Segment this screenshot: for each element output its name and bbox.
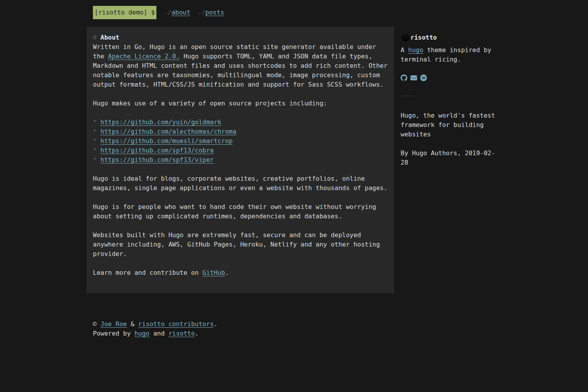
nav-item-prefix: ./	[198, 9, 205, 16]
paragraph: Hugo makes use of a variety of open sour…	[93, 99, 388, 108]
social-icons: iD	[401, 74, 501, 81]
footer-line: Powered by hugo and risotto.	[93, 329, 501, 338]
list-bullet: *	[93, 128, 100, 135]
inline-link[interactable]: hugo	[408, 46, 423, 54]
text-run: .	[214, 320, 218, 328]
top-nav: [risotto demo] $ ./about./posts	[87, 6, 501, 19]
paragraph: Learn more and contribute on GitHub.	[93, 268, 388, 278]
inline-link[interactable]: risotto	[169, 330, 195, 337]
text-run: &	[127, 320, 138, 328]
text-run: Powered by	[93, 330, 134, 337]
list-bullet: *	[93, 156, 100, 163]
orcid-icon: iD	[420, 74, 427, 81]
nav-item-about: ./about	[164, 8, 190, 17]
paragraph: Hugo is for people who want to hand code…	[93, 202, 388, 221]
about-content: # AboutWritten in Go, Hugo is an open so…	[87, 27, 394, 293]
nav-link-about[interactable]: about	[171, 9, 190, 16]
site-tagline: A hugo theme inspired by terminal ricing…	[401, 45, 501, 64]
text-run: .	[195, 330, 199, 337]
list-item: * https://github.com/alecthomas/chroma	[93, 127, 388, 136]
email-icon-link[interactable]	[410, 75, 417, 80]
email-icon	[410, 75, 417, 80]
byline: By Hugo Authors, 2019-02-28	[401, 149, 501, 167]
orcid-icon-link[interactable]: iD	[420, 74, 427, 81]
text-run: Websites built with Hugo are extremely f…	[93, 231, 380, 258]
nav-item-prefix: ./	[164, 9, 171, 16]
text-run: Hugo is ideal for blogs, corporate websi…	[93, 175, 387, 192]
list-link[interactable]: https://github.com/spf13/viper	[100, 156, 214, 163]
list-item: * https://github.com/muesli/smartcrop	[93, 136, 388, 146]
inline-link[interactable]: hugo	[134, 330, 150, 337]
github-icon-link[interactable]	[401, 74, 407, 81]
list-bullet: *	[93, 137, 100, 145]
paragraph: Written in Go, Hugo is an open source st…	[93, 42, 388, 89]
list-link[interactable]: https://github.com/spf13/cobra	[100, 147, 214, 154]
inline-link[interactable]: risotto contributors	[138, 320, 214, 328]
link-list: * https://github.com/yuin/goldmark* http…	[93, 118, 388, 165]
page-title: # About	[93, 33, 388, 42]
main-layout: # AboutWritten in Go, Hugo is an open so…	[87, 27, 501, 293]
heading-marker: #	[93, 34, 100, 41]
sidebar: risotto A hugo theme inspired by termina…	[401, 27, 501, 167]
nav-item-posts: ./posts	[198, 8, 224, 17]
inline-link[interactable]: Apache Licence 2.0.	[108, 53, 180, 60]
nav-link-posts[interactable]: posts	[205, 9, 224, 16]
text-run: ©	[93, 320, 100, 328]
list-link[interactable]: https://github.com/alecthomas/chroma	[100, 128, 236, 135]
text-run: Hugo is for people who want to hand code…	[93, 203, 376, 220]
list-item: * https://github.com/yuin/goldmark	[93, 118, 388, 127]
site-prompt-badge[interactable]: [risotto demo] $	[93, 6, 156, 19]
github-icon	[401, 74, 407, 81]
inline-link[interactable]: Joe Roe	[100, 320, 127, 328]
rice-bowl-logo-icon	[401, 33, 410, 42]
list-link[interactable]: https://github.com/yuin/goldmark	[100, 118, 221, 126]
sidebar-divider: ---	[401, 91, 501, 100]
text-run: Learn more and contribute on	[93, 269, 202, 276]
footer: © Joe Roe & risotto contributors.Powered…	[87, 319, 501, 338]
footer-line: © Joe Roe & risotto contributors.	[93, 319, 501, 329]
list-item: * https://github.com/spf13/viper	[93, 155, 388, 165]
inline-link[interactable]: GitHub	[202, 269, 225, 276]
sidebar-header: risotto	[401, 33, 501, 42]
site-description: Hugo, the world's fastest framework for …	[401, 111, 501, 139]
text-run: .	[225, 269, 229, 276]
page: [risotto demo] $ ./about./posts # AboutW…	[87, 6, 501, 338]
text-run: and	[150, 330, 169, 337]
text-run: A	[401, 46, 408, 54]
list-bullet: *	[93, 118, 100, 126]
paragraph: Hugo is ideal for blogs, corporate websi…	[93, 174, 388, 193]
svg-text:iD: iD	[422, 76, 426, 80]
list-link[interactable]: https://github.com/muesli/smartcrop	[100, 137, 232, 145]
list-bullet: *	[93, 147, 100, 154]
paragraph: Websites built with Hugo are extremely f…	[93, 230, 388, 259]
page-title-text: About	[100, 34, 119, 41]
text-run: Hugo makes use of a variety of open sour…	[93, 100, 327, 107]
site-title: risotto	[410, 33, 437, 42]
list-item: * https://github.com/spf13/cobra	[93, 146, 388, 155]
